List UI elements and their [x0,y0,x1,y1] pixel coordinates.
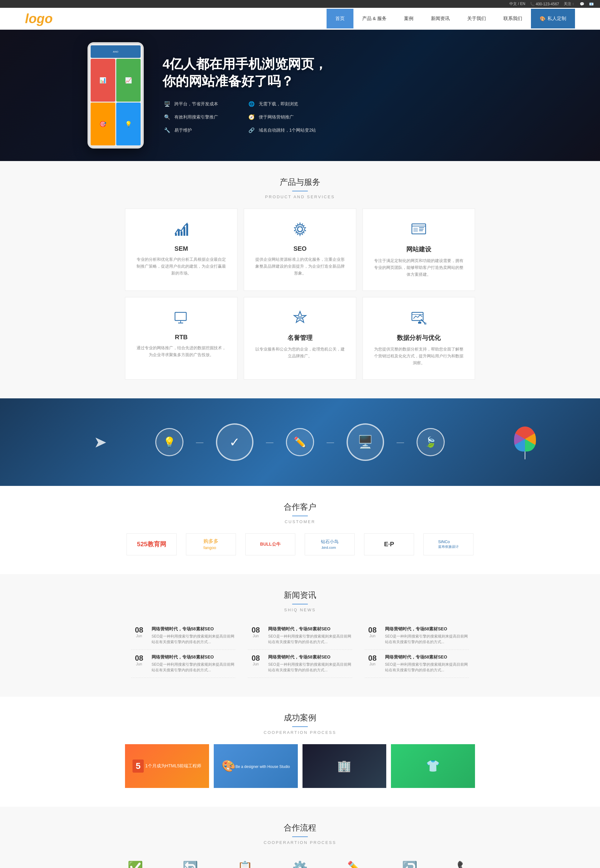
revision-icon: ✏️ [332,860,378,868]
customers-section: 合作客户 CUSTOMER 525教育网 购多多fangoo BULL公牛 钻石… [0,486,600,574]
phone-screen-header: ANO [91,46,141,58]
svg-rect-2 [180,231,182,236]
process-circle-1: 💡 [155,428,183,456]
news-grid: 08 Jun 网络营销时代，专场58素材SEO SEO是一种利用搜索引擎的搜索规… [112,622,488,678]
customer-ep[interactable]: E·P [364,533,414,555]
step-intention: ✅ 磁立意向 建立合作，确认项目设计制作，纳税项目需求。 [109,854,161,868]
cases-title-zh: 成功案例 [0,712,600,723]
web-name: 网站建设 [372,245,465,253]
news-item-2-1[interactable]: 08 Jun 网络营销时代，专场58素材SEO SEO是一种利用搜索引擎的搜索规… [248,622,352,650]
main-nav: 首页 产品 & 服务 案例 新闻资讯 关于我们 联系我们 🎨 私人定制 [327,9,575,29]
svg-rect-3 [183,227,185,236]
sem-icon [135,222,228,240]
hero-feature-1: 🖥️ 跨平台，节省开发成本 [162,99,243,109]
email-icon[interactable]: 📧 [589,2,594,6]
domain-icon: 🔗 [247,126,256,135]
seo-name: SEO [253,245,347,252]
coopprocess-grid: ✅ 磁立意向 建立合作，确认项目设计制作，纳税项目需求。 🔄 周期和费用 确认项… [97,854,503,868]
chat-icon[interactable]: 💬 [580,2,584,6]
svg-rect-8 [414,228,418,232]
news-item-3-1[interactable]: 08 Jun 网络营销时代，专场58素材SEO SEO是一种利用搜索引擎的搜索规… [365,622,469,650]
phone-screen: ANO 📊 📈 🎯 💡 [89,44,142,147]
hero-text: 4亿人都在用手机浏览网页，你的网站准备好了吗？ 🖥️ 跨平台，节省开发成本 🌐 … [162,56,327,135]
customer-525[interactable]: 525教育网 [127,533,177,555]
hero-phone: ANO 📊 📈 🎯 💡 [88,42,156,161]
reputation-name: 名誉管理 [253,334,347,342]
nav-news[interactable]: 新闻资讯 [422,9,458,29]
products-title-en: PRODUCT AND SERVICES [0,194,600,199]
nav-cases[interactable]: 案例 [395,9,422,29]
reputation-desc: 以专业服务和公众为您的企业，处理危机公关，建立品牌推广。 [253,346,347,360]
hero-banner: ANO 📊 📈 🎯 💡 4亿人都在用手机浏览网页，你的网站准备好了吗？ 🖥️ 跨… [0,30,600,161]
news-column-3: 08 Jun 网络营销时代，专场58素材SEO SEO是一种利用搜索引擎的搜索规… [358,622,475,678]
customer-diamond[interactable]: 钻石小鸟.bird.com [305,533,355,555]
arrow-2: — [266,438,273,446]
news-divider [292,604,308,604]
step-period: 🔄 周期和费用 确认项目合作时间，周期及费用。 [164,854,216,868]
cases-header: 成功案例 COOPERARTION PROCESS [0,697,600,744]
intention-icon: ✅ [112,860,158,868]
customer-bull[interactable]: BULL公牛 [245,533,295,555]
process-circles: 💡 — ✓ — ✏️ — 🖥️ — 🍃 [155,423,445,461]
cases-section: 成功案例 COOPERARTION PROCESS 5 1个月成为HTML5前端… [0,697,600,807]
news-date-2-2: 08 Jun [248,654,264,673]
rtb-desc: 通过专业的网络推广，结合先进的数据挖掘技术，为企业寻求聚集多方面的广告投放。 [135,344,228,358]
product-analytics[interactable]: 数据分析与优化 为您提供完整的数据分析支持，帮助您全面了解整个营销过程及化化方式… [362,297,475,379]
coopprocess-divider [292,836,308,837]
wrench-icon: 🔧 [162,126,172,135]
customers-divider [292,516,308,516]
svg-rect-19 [418,322,421,324]
product-seo[interactable]: SEO 提供企业网站资源标准上的优化服务，注重企业形象整及品牌建设的全面提升，为… [244,209,356,291]
news-date-1-2: 08 Jun [131,654,147,673]
nav-custom[interactable]: 🎨 私人定制 [531,9,575,29]
product-web[interactable]: 网站建设 专注于满足定制化的网页和功能的建设需要，拥有专业的网页团队，能够帮助客… [362,209,475,291]
products-section: 产品与服务 PRODUCT AND SERVICES SEM 专业的分析和优化客… [0,161,600,398]
hero-feature-3: 🔍 有效利用搜索引擎推广 [162,112,243,122]
products-header: 产品与服务 PRODUCT AND SERVICES [0,161,600,209]
nav-home[interactable]: 首页 [327,9,353,29]
news-item-2-2[interactable]: 08 Jun 网络营销时代，专场58素材SEO SEO是一种利用搜索引擎的搜索规… [248,650,352,678]
aftersale-icon: 📞 [442,860,488,868]
paper-plane-icon: ➤ [94,433,107,451]
phone-mock: ANO 📊 📈 🎯 💡 [88,42,144,149]
svg-rect-0 [175,233,177,236]
period-icon: 🔄 [168,860,213,868]
news-item-3-2[interactable]: 08 Jun 网络营销时代，专场58素材SEO SEO是一种利用搜索引擎的搜索规… [365,650,469,678]
language-selector[interactable]: 中文 / EN [509,1,525,6]
case-designer[interactable]: 🎨 Be a designer with House Studio 查看详情 [214,744,298,788]
coopprocess-header: 合作流程 COOPERARTION PROCESS [0,807,600,854]
nav-products[interactable]: 产品 & 服务 [353,9,395,29]
customer-fangoo[interactable]: 购多多fangoo [186,533,236,555]
product-sem[interactable]: SEM 专业的分析和优化客户的分析工具根据企业最自定制推广策略，促进用户在此的建… [125,209,238,291]
products-title-zh: 产品与服务 [0,177,600,188]
follow-label: 关注： [564,1,575,6]
products-divider [292,191,308,191]
analytics-desc: 为您提供完整的数据分析支持，帮助您全面了解整个营销过程及化化方式，提升网站用户行… [372,346,465,366]
ie-icon: 🌐 [247,99,256,109]
svg-rect-1 [178,230,180,236]
step-agreement: 📋 签署协议 主要项目合作协议，支付项目启动金。 [219,854,271,868]
phone-tile-3: 🎯 [91,103,115,146]
news-column-1: 08 Jun 网络营销时代，专场58素材SEO SEO是一种利用搜索引擎的搜索规… [125,622,242,678]
news-date-3-2: 08 Jun [365,654,380,673]
case-fashion[interactable]: 👕 查看详情 [391,744,475,788]
nav-contact[interactable]: 联系我们 [495,9,531,29]
customer-sinco[interactable]: SiNCo蓝布依族设计 [423,533,473,555]
product-reputation[interactable]: 名誉管理 以专业服务和公众为您的企业，处理危机公关，建立品牌推广。 [244,297,356,379]
customer-sinco-logo: SiNCo蓝布依族设计 [438,539,459,549]
process-circle-5: 🍃 [417,428,445,456]
svg-rect-12 [175,313,186,320]
balloon-string [525,452,525,459]
process-circle-4: 🖥️ [347,423,384,461]
custom-icon: 🎨 [540,16,545,21]
news-date-3-1: 08 Jun [365,626,380,645]
case-html5[interactable]: 5 1个月成为HTML5前端工程师 查看详情 [125,744,209,788]
news-item-1-2[interactable]: 08 Jun 网络营销时代，专场58素材SEO SEO是一种利用搜索引擎的搜索规… [131,650,235,678]
logo[interactable]: logo [25,11,53,26]
seo-icon: 🔍 [162,112,172,122]
case-enterprise[interactable]: 🏢 查看详情 [303,744,386,788]
news-item-1-1[interactable]: 08 Jun 网络营销时代，专场58素材SEO SEO是一种利用搜索引擎的搜索规… [131,622,235,650]
news-date-2-1: 08 Jun [248,626,264,645]
nav-about[interactable]: 关于我们 [458,9,495,29]
product-rtb[interactable]: RTB 通过专业的网络推广，结合先进的数据挖掘技术，为企业寻求聚集多方面的广告投… [125,297,238,379]
